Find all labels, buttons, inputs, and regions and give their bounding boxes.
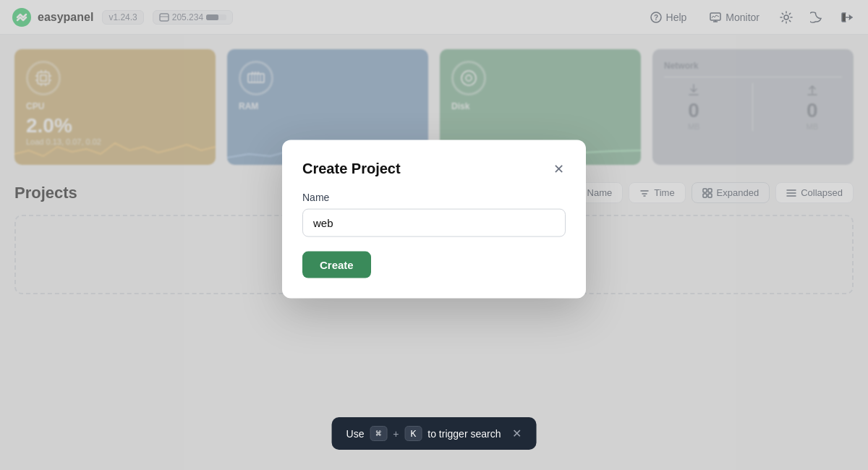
modal-title: Create Project: [302, 161, 401, 177]
create-project-modal: Create Project ✕ Name Create: [282, 140, 586, 299]
search-toast: Use ⌘ + K to trigger search ✕: [332, 417, 537, 450]
toast-prefix: Use: [346, 428, 365, 440]
modal-close-button[interactable]: ✕: [552, 161, 566, 176]
modal-name-label: Name: [302, 192, 566, 203]
modal-create-button[interactable]: Create: [302, 252, 371, 278]
toast-plus: +: [393, 428, 399, 440]
toast-suffix: to trigger search: [427, 428, 501, 440]
toast-cmd-key: ⌘: [370, 426, 387, 441]
modal-header: Create Project ✕: [302, 161, 566, 177]
toast-close-button[interactable]: ✕: [512, 428, 522, 440]
project-name-input[interactable]: [302, 209, 566, 237]
toast-k-key: K: [404, 426, 422, 441]
